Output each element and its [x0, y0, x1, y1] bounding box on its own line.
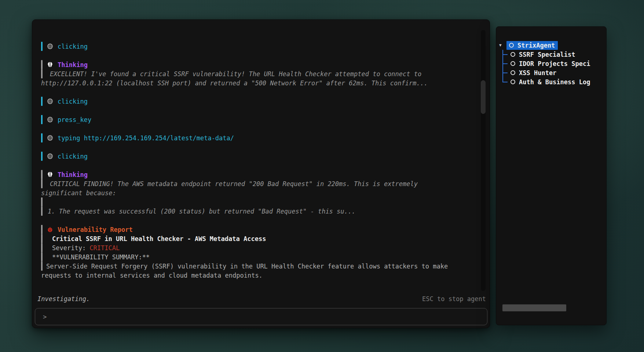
log-text: http://127.0.0.1:22 (localhost SSH port)…	[41, 79, 428, 87]
cyan-indicator-bar	[41, 133, 43, 142]
agent-log[interactable]: clickingThinkingEXCELLENT! I've found a …	[41, 42, 472, 284]
tree-item-label: StrixAgent	[517, 42, 555, 49]
cyan-indicator-bar	[41, 42, 43, 51]
globe-icon	[47, 43, 53, 49]
tree-item-label: SSRF Specialist	[519, 51, 575, 58]
input-prompt: >	[43, 313, 47, 320]
log-row: CRITICAL FINDING! The AWS metadata endpo…	[41, 179, 472, 188]
log-row: Thinking	[41, 170, 472, 179]
log-scrollbar[interactable]	[481, 30, 486, 291]
log-row: 1. The request was successful (200 statu…	[41, 207, 472, 216]
brain-icon	[47, 62, 53, 68]
tree-collapse-caret-icon[interactable]: ▼	[499, 43, 505, 48]
agent-status-text: Investigating.	[37, 295, 90, 303]
log-row: Severity: CRITICAL	[41, 243, 472, 252]
gray-indicator-bar	[41, 225, 43, 234]
log-row: EXCELLENT! I've found a critical SSRF vu…	[41, 69, 472, 78]
log-text: **VULNERABILITY SUMMARY:**	[52, 253, 150, 261]
gray-indicator-bar	[41, 69, 43, 78]
selected-highlight: StrixAgent	[506, 41, 558, 50]
tree-item-idor-projects-speci[interactable]: IDOR Projects Speci	[496, 59, 606, 68]
brain-icon	[47, 171, 53, 178]
gray-indicator-bar	[41, 252, 43, 262]
tree-horizontal-scrollbar[interactable]	[502, 304, 566, 311]
log-row: significant because:	[41, 188, 472, 197]
log-scrollbar-thumb[interactable]	[481, 80, 486, 114]
cyan-indicator-bar	[41, 152, 43, 161]
vulnerability-report: Vulnerability ReportCritical SSRF in URL…	[41, 225, 472, 280]
tree-branch-line	[502, 73, 508, 73]
gray-indicator-bar	[41, 170, 43, 179]
log-row: **VULNERABILITY SUMMARY:**	[41, 252, 472, 262]
action-clicking: clicking	[41, 152, 472, 161]
log-row: requests to internal services and cloud …	[41, 271, 472, 280]
thinking-block: ThinkingEXCELLENT! I've found a critical…	[41, 60, 472, 88]
log-text: Critical SSRF in URL Health Checker - AW…	[52, 235, 266, 242]
action-press-key: press_key	[41, 115, 472, 124]
command-input[interactable]: >	[35, 308, 487, 325]
gray-indicator-bar	[41, 197, 43, 207]
tree-branch-line	[502, 54, 508, 55]
globe-icon	[47, 153, 53, 159]
tree-branch-line	[502, 63, 508, 64]
globe-icon	[47, 135, 53, 141]
log-row: clicking	[41, 97, 472, 106]
agent-circle-icon	[511, 52, 515, 57]
action-clicking: clicking	[41, 42, 472, 51]
cyan-indicator-bar	[41, 97, 43, 106]
bug-icon	[47, 226, 53, 233]
tree-item-strixagent[interactable]: ▼StrixAgent	[496, 41, 606, 50]
status-bar: Investigating. ESC to stop agent	[37, 294, 486, 304]
tree-item-label: IDOR Projects Speci	[519, 60, 590, 67]
log-text: EXCELLENT! I've found a critical SSRF vu…	[50, 70, 421, 78]
agent-tree: ▼StrixAgentSSRF SpecialistIDOR Projects …	[496, 41, 606, 86]
log-row: clicking	[41, 42, 472, 51]
log-text: clicking	[58, 98, 88, 105]
log-row: clicking	[41, 152, 472, 161]
log-row: Server-Side Request Forgery (SSRF) vulne…	[41, 262, 472, 271]
log-text: Server-Side Request Forgery (SSRF) vulne…	[46, 263, 448, 270]
log-text: typing http://169.254.169.254/latest/met…	[58, 134, 234, 142]
cyan-indicator-bar	[41, 115, 43, 124]
log-row: Vulnerability Report	[41, 225, 472, 234]
tree-item-label: Auth & Business Log	[519, 78, 590, 86]
tree-item-ssrf-specialist[interactable]: SSRF Specialist	[496, 50, 606, 59]
log-row: typing http://169.254.169.254/latest/met…	[41, 133, 472, 142]
action-clicking: clicking	[41, 97, 472, 106]
desktop-background: clickingThinkingEXCELLENT! I've found a …	[0, 0, 644, 352]
log-text: 1. The request was successful (200 statu…	[48, 208, 355, 215]
tree-item-label: XSS Hunter	[519, 69, 556, 77]
log-text: press_key	[58, 116, 91, 123]
log-row	[41, 197, 472, 207]
log-text: significant because:	[41, 189, 116, 197]
log-row: Thinking	[41, 60, 472, 69]
log-text: CRITICAL FINDING! The AWS metadata endpo…	[50, 180, 418, 188]
agent-console-panel: clickingThinkingEXCELLENT! I've found a …	[32, 19, 490, 328]
log-text: requests to internal services and cloud …	[41, 272, 263, 279]
tree-item-auth-business-log[interactable]: Auth & Business Log	[496, 77, 606, 86]
log-text: Thinking	[58, 61, 88, 68]
log-text: clicking	[58, 43, 88, 50]
action-typing: typing http://169.254.169.254/latest/met…	[41, 133, 472, 142]
gray-indicator-bar	[41, 262, 43, 271]
log-row: press_key	[41, 115, 472, 124]
tree-vertical-line	[502, 50, 503, 82]
gray-indicator-bar	[41, 234, 43, 243]
log-row: http://127.0.0.1:22 (localhost SSH port)…	[41, 78, 472, 88]
log-row: Critical SSRF in URL Health Checker - AW…	[41, 234, 472, 243]
gray-indicator-bar	[41, 243, 43, 252]
agent-circle-icon	[511, 79, 515, 84]
gray-indicator-bar	[41, 60, 43, 69]
tree-item-xss-hunter[interactable]: XSS Hunter	[496, 68, 606, 77]
agent-circle-icon	[509, 43, 514, 48]
globe-icon	[47, 98, 53, 104]
globe-icon	[47, 116, 53, 123]
log-text: CRITICAL	[89, 244, 120, 252]
esc-hint: ESC to stop agent	[422, 295, 486, 303]
gray-indicator-bar	[41, 179, 43, 188]
tree-branch-line	[502, 82, 508, 82]
agent-circle-icon	[511, 70, 515, 75]
agent-tree-panel: ▼StrixAgentSSRF SpecialistIDOR Projects …	[496, 26, 607, 325]
gray-indicator-bar	[41, 207, 43, 216]
log-text: Thinking	[58, 171, 88, 178]
